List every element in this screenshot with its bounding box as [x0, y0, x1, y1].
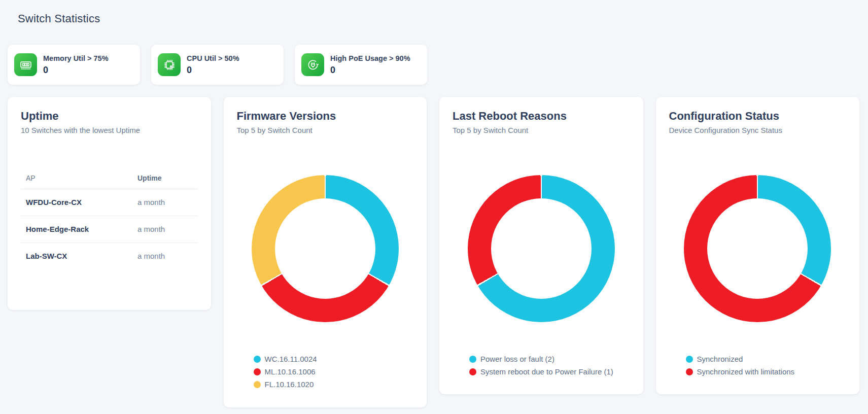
- ap-name-cell: WFDU-Core-CX: [21, 189, 137, 216]
- dashboard-cards-row: Uptime 10 Switches with the lowest Uptim…: [8, 97, 859, 407]
- configuration-status-title: Configuration Status: [669, 109, 847, 123]
- legend-item[interactable]: Synchronized: [686, 353, 847, 365]
- ap-name-cell: Lab-SW-CX: [21, 243, 137, 270]
- last-reboot-reasons-legend: Power loss or fault (2) System reboot du…: [469, 353, 630, 378]
- last-reboot-reasons-title: Last Reboot Reasons: [453, 109, 630, 123]
- legend-item[interactable]: Synchronized with limitations: [686, 365, 847, 378]
- configuration-status-card: Configuration Status Device Configuratio…: [656, 97, 860, 394]
- legend-dot-red: [254, 368, 261, 375]
- stat-card-value: 0: [43, 64, 109, 76]
- last-reboot-reasons-card: Last Reboot Reasons Top 5 by Switch Coun…: [439, 97, 643, 394]
- uptime-value-cell: a month: [137, 189, 198, 216]
- uptime-table-header-row: AP Uptime: [21, 174, 198, 189]
- uptime-value-cell: a month: [137, 243, 198, 270]
- uptime-value-cell: a month: [137, 216, 198, 243]
- legend-item[interactable]: WC.16.11.0024: [254, 353, 414, 365]
- legend-dot-yellow: [254, 381, 261, 388]
- uptime-table-row[interactable]: Home-Edge-Rack a month: [21, 216, 198, 243]
- uptime-table-row[interactable]: Lab-SW-CX a month: [21, 243, 198, 270]
- legend-item[interactable]: Power loss or fault (2): [469, 353, 630, 365]
- uptime-table-row[interactable]: WFDU-Core-CX a month: [21, 189, 198, 216]
- legend-label: Power loss or fault (2): [480, 355, 554, 363]
- last-reboot-reasons-subtitle: Top 5 by Switch Count: [453, 125, 630, 135]
- donut-hole: [491, 198, 592, 299]
- legend-dot-cyan: [254, 356, 261, 363]
- column-header-uptime: Uptime: [137, 174, 198, 189]
- legend-dot-red: [686, 368, 693, 375]
- stat-card-label: High PoE Usage > 90%: [330, 54, 410, 63]
- legend-item[interactable]: System reboot due to Power Failure (1): [469, 365, 630, 378]
- stat-card-label: Memory Util > 75%: [43, 54, 109, 63]
- legend-label: ML.10.16.1006: [265, 367, 316, 376]
- poe-icon: [301, 53, 324, 76]
- uptime-table: AP Uptime WFDU-Core-CX a month Home-Edge…: [21, 174, 198, 269]
- firmware-versions-card: Firmware Versions Top 5 by Switch Count …: [224, 97, 427, 407]
- column-header-ap: AP: [21, 174, 137, 189]
- stat-card-high-poe-usage[interactable]: High PoE Usage > 90% 0: [295, 45, 427, 85]
- memory-icon: [14, 53, 37, 76]
- legend-label: Synchronized with limitations: [697, 367, 795, 376]
- firmware-versions-subtitle: Top 5 by Switch Count: [237, 125, 414, 135]
- legend-item[interactable]: ML.10.16.1006: [254, 365, 414, 378]
- legend-label: System reboot due to Power Failure (1): [480, 367, 613, 376]
- stat-card-memory-util[interactable]: Memory Util > 75% 0: [8, 45, 140, 85]
- legend-label: FL.10.16.1020: [265, 380, 314, 389]
- switch-statistics-page: Switch Statistics Memory Util > 75% 0: [0, 11, 868, 414]
- stat-card-label: CPU Util > 50%: [187, 54, 239, 63]
- legend-label: WC.16.11.0024: [265, 355, 317, 363]
- uptime-card-title: Uptime: [21, 109, 198, 123]
- firmware-versions-title: Firmware Versions: [237, 109, 414, 123]
- stat-card-value: 0: [187, 64, 239, 76]
- firmware-versions-donut-chart[interactable]: [252, 175, 399, 322]
- cpu-icon: [158, 53, 181, 76]
- legend-item[interactable]: FL.10.16.1020: [254, 378, 414, 391]
- donut-hole: [707, 198, 808, 299]
- ap-name-cell: Home-Edge-Rack: [21, 216, 137, 243]
- uptime-card-subtitle: 10 Switches with the lowest Uptime: [21, 125, 198, 135]
- stat-card-cpu-util[interactable]: CPU Util > 50% 0: [151, 45, 284, 85]
- last-reboot-reasons-donut-chart[interactable]: [468, 175, 615, 322]
- legend-dot-red: [469, 368, 476, 375]
- legend-label: Synchronized: [697, 355, 743, 363]
- uptime-card: Uptime 10 Switches with the lowest Uptim…: [8, 97, 211, 310]
- configuration-status-donut-chart[interactable]: [684, 175, 831, 322]
- configuration-status-subtitle: Device Configuration Sync Status: [669, 125, 847, 135]
- page-title: Switch Statistics: [18, 11, 859, 26]
- configuration-status-legend: Synchronized Synchronized with limitatio…: [686, 353, 847, 378]
- donut-hole: [275, 198, 375, 299]
- firmware-versions-legend: WC.16.11.0024 ML.10.16.1006 FL.10.16.102…: [254, 353, 414, 391]
- stat-card-value: 0: [330, 64, 410, 76]
- legend-dot-cyan: [686, 356, 693, 363]
- legend-dot-cyan: [469, 356, 476, 363]
- stat-cards-row: Memory Util > 75% 0: [8, 45, 859, 85]
